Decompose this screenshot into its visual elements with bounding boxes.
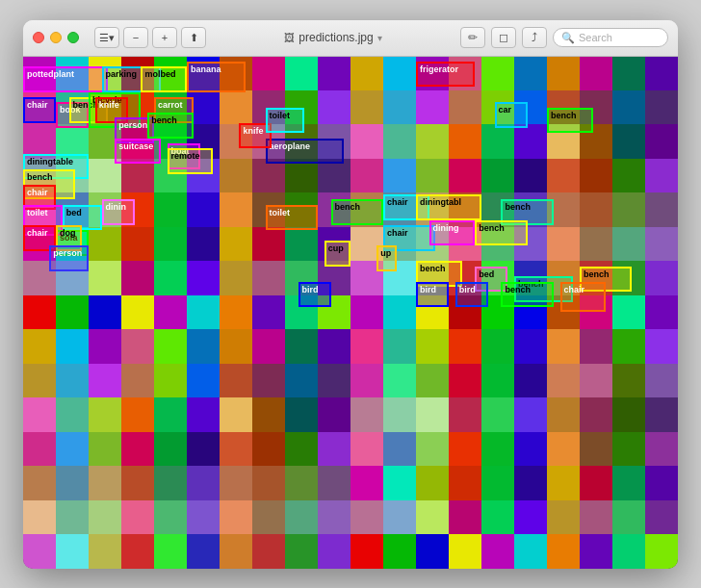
share-button[interactable]: ⬆: [181, 27, 206, 48]
right-toolbar: ✏ ◻ ⤴ 🔍 Search: [460, 27, 668, 48]
prediction-label: frigerator: [416, 62, 475, 88]
prediction-label: bench: [501, 282, 553, 308]
prediction-label: car: [495, 102, 528, 128]
prediction-label: bird: [299, 282, 331, 308]
close-button[interactable]: [33, 32, 44, 43]
image-canvas: pottedplantparkingmolbedbananachairbookb…: [23, 57, 678, 569]
view-toggle-button[interactable]: ☰▾: [94, 27, 119, 48]
prediction-label: diningtabl: [416, 194, 481, 220]
window-title: predictions.jpg: [299, 31, 373, 44]
prediction-label: dinin: [102, 199, 135, 225]
prediction-label: pottedplant: [23, 66, 108, 92]
prediction-label: toilet: [266, 205, 318, 231]
prediction-label: bench: [547, 108, 593, 134]
dropdown-icon: ▾: [377, 33, 382, 43]
prediction-label: chair: [560, 282, 607, 313]
zoom-out-button[interactable]: −: [123, 27, 148, 48]
prediction-label: toilet: [266, 108, 305, 134]
minimize-button[interactable]: [50, 32, 62, 43]
titlebar: ☰▾ − + ⬆ 🖼 predictions.jpg ▾ ✏ ◻ ⤴ 🔍 Sea…: [23, 20, 678, 57]
title-area: 🖼 predictions.jpg ▾: [214, 31, 453, 44]
main-window: ☰▾ − + ⬆ 🖼 predictions.jpg ▾ ✏ ◻ ⤴ 🔍 Sea…: [23, 20, 678, 569]
prediction-label: remote: [168, 148, 214, 174]
prediction-label: bird: [416, 282, 449, 308]
prediction-label: suitcase: [115, 139, 161, 165]
prediction-label: bench: [147, 113, 194, 139]
prediction-label: bench: [475, 220, 527, 246]
prediction-label: molbed: [141, 66, 187, 92]
search-placeholder: Search: [579, 32, 612, 43]
prediction-label: up: [376, 245, 396, 271]
prediction-label: chair: [23, 97, 56, 123]
search-bar[interactable]: 🔍 Search: [553, 28, 668, 47]
traffic-lights: [33, 32, 79, 43]
view-controls: ☰▾ − + ⬆: [94, 27, 206, 48]
prediction-label: person: [49, 245, 89, 271]
prediction-label: banana: [187, 62, 246, 92]
zoom-in-button[interactable]: +: [152, 27, 177, 48]
prediction-label: bird: [455, 282, 488, 308]
prediction-visualization: pottedplantparkingmolbedbananachairbookb…: [23, 57, 678, 569]
maximize-button[interactable]: [67, 32, 79, 43]
prediction-label: dining: [429, 220, 476, 246]
bbox-overlay: pottedplantparkingmolbedbananachairbookb…: [23, 57, 678, 569]
search-icon: 🔍: [561, 32, 575, 44]
prediction-label: cup: [325, 241, 350, 267]
prediction-label: bench: [331, 199, 383, 225]
markup-button[interactable]: ◻: [491, 27, 516, 48]
draw-button[interactable]: ✏: [460, 27, 485, 48]
file-icon: 🖼: [284, 32, 295, 43]
prediction-label: aeroplane: [266, 139, 345, 165]
export-button[interactable]: ⤴: [522, 27, 547, 48]
